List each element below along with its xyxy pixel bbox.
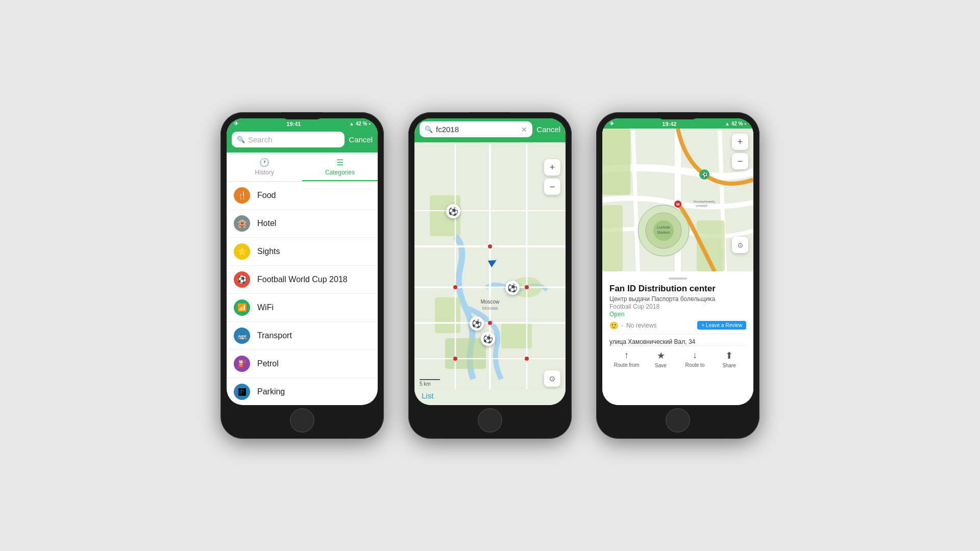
airplane-icon: ✈: [234, 120, 238, 127]
home-button-2[interactable]: [478, 408, 502, 433]
list-item[interactable]: 🏨 Hotel: [227, 210, 378, 238]
detail-locate[interactable]: ⊙: [732, 237, 748, 253]
wifi-label: WiFi: [257, 303, 274, 312]
detail-screen: Luzhniki Stadium Novoluzhnetsky proyezd …: [602, 129, 753, 405]
home-button-3[interactable]: [666, 408, 690, 433]
route-to-icon: ↓: [693, 350, 697, 361]
svg-text:Moscow: Moscow: [481, 299, 500, 305]
review-dash: -: [621, 322, 623, 329]
wifi-icon: 📶: [234, 299, 250, 316]
battery-icon-3: ▪: [744, 121, 746, 127]
detail-map-area[interactable]: Luzhniki Stadium Novoluzhnetsky proyezd …: [602, 129, 753, 271]
time-1: 19:41: [286, 121, 301, 127]
list-item[interactable]: 🍴 Food: [227, 182, 378, 210]
search-input-box[interactable]: 🔍 Search: [232, 132, 345, 147]
food-label: Food: [257, 191, 276, 200]
phone-3: ✈ 19:42 ▲ 42 % ▪: [596, 112, 760, 439]
soccer-pin-2[interactable]: ⚽: [505, 281, 520, 295]
home-button-1[interactable]: [290, 408, 314, 433]
soccer-pin-3[interactable]: ⚽: [470, 316, 484, 331]
football-label: Football World Cup 2018: [257, 275, 348, 284]
route-from-label: Route from: [614, 362, 639, 368]
tab-categories-label: Categories: [325, 169, 355, 176]
clear-icon[interactable]: ✕: [521, 126, 527, 134]
svg-point-14: [488, 244, 492, 248]
battery-icon: ▪: [369, 121, 371, 127]
status-bar-3: ✈ 19:42 ▲ 42 % ▪: [602, 118, 753, 129]
detail-subtitle: Центр выдачи Паспорта болельщика: [609, 295, 746, 303]
soccer-pin-1[interactable]: ⚽: [446, 204, 460, 218]
detail-address: улица Хамовнический Вал, 34: [609, 334, 746, 345]
signal-icon: ▲: [349, 121, 354, 127]
svg-text:Stadium: Stadium: [657, 231, 670, 234]
svg-point-16: [525, 285, 529, 289]
pull-handle[interactable]: [669, 278, 687, 280]
list-item[interactable]: 📶 WiFi: [227, 294, 378, 322]
petrol-label: Petrol: [257, 359, 279, 368]
scale-bar: [420, 379, 440, 380]
hotel-label: Hotel: [257, 219, 276, 228]
detail-actions: ↑ Route from ★ Save ↓ Route to ⬆ Share: [609, 345, 746, 370]
map-search-input[interactable]: 🔍 fc2018 ✕: [420, 121, 532, 137]
tab-history[interactable]: 🕐 History: [227, 153, 302, 181]
list-item[interactable]: 🅿 Parking: [227, 378, 378, 405]
zoom-in-button[interactable]: +: [544, 159, 560, 176]
svg-rect-3: [445, 338, 486, 369]
detail-zoom-in[interactable]: +: [732, 134, 748, 150]
svg-point-18: [453, 357, 457, 361]
scale-label: 5 km: [420, 381, 440, 387]
cancel-button[interactable]: Cancel: [349, 135, 373, 144]
phone-1: ✈ 19:41 ▲ 42 % ▪ 🔍 Search Cancel 🕐 Histo…: [220, 112, 384, 439]
save-button[interactable]: ★ Save: [644, 350, 678, 368]
search-icon-2: 🔍: [425, 126, 433, 133]
soccer-pin-4[interactable]: ⚽: [481, 332, 495, 346]
list-button[interactable]: List: [422, 391, 433, 400]
svg-point-17: [488, 321, 492, 325]
sights-label: Sights: [257, 247, 280, 256]
status-bar-1: ✈ 19:41 ▲ 42 % ▪: [227, 118, 378, 129]
sights-icon: ⭐: [234, 243, 250, 260]
football-icon: ⚽: [234, 271, 250, 288]
locate-button[interactable]: ⊙: [544, 370, 560, 387]
save-icon: ★: [657, 350, 665, 361]
petrol-icon: ⛽: [234, 356, 250, 372]
list-item[interactable]: ⛽ Petrol: [227, 350, 378, 378]
airplane-icon-3: ✈: [609, 120, 614, 127]
detail-map-svg: Luzhniki Stadium Novoluzhnetsky proyezd …: [602, 129, 753, 271]
zoom-out-button[interactable]: −: [544, 179, 560, 195]
list-item[interactable]: 🚌 Transport: [227, 322, 378, 350]
detail-zoom-out[interactable]: −: [732, 153, 748, 169]
phone-2: ✈ 19:41 ▲ 42 % ▪ 🔍 fc2018 ✕ Cancel: [408, 112, 572, 439]
screen-2: ✈ 19:41 ▲ 42 % ▪ 🔍 fc2018 ✕ Cancel: [414, 118, 566, 405]
screen-3: ✈ 19:42 ▲ 42 % ▪: [602, 118, 753, 405]
route-to-label: Route to: [685, 362, 705, 368]
share-button[interactable]: ⬆ Share: [712, 350, 746, 368]
parking-icon: 🅿: [234, 384, 250, 400]
map-area[interactable]: Moscow Москва ⚽ ⚽ ⚽ ⚽ ▶ + − ⊙ 5 km: [414, 129, 566, 405]
route-to-button[interactable]: ↓ Route to: [678, 350, 712, 368]
smiley-icon: 🙂: [609, 321, 618, 330]
map-scale: 5 km: [420, 379, 440, 387]
list-item[interactable]: ⚽ Football World Cup 2018: [227, 266, 378, 294]
time-3: 19:42: [662, 121, 676, 127]
category-list: 🍴 Food 🏨 Hotel ⭐ Sights ⚽ Football World…: [227, 182, 378, 405]
route-from-button[interactable]: ↑ Route from: [609, 350, 644, 368]
battery-1: 42 %: [356, 121, 368, 127]
search-placeholder: Search: [248, 135, 273, 144]
share-label: Share: [722, 363, 736, 368]
list-item[interactable]: ⭐ Sights: [227, 238, 378, 266]
route-from-icon: ↑: [624, 350, 629, 361]
signal-icon-3: ▲: [725, 121, 730, 127]
transport-icon: 🚌: [234, 328, 250, 344]
leave-review-button[interactable]: + Leave a Review: [697, 321, 746, 330]
transport-label: Transport: [257, 331, 292, 340]
no-reviews-label: No reviews: [626, 322, 656, 329]
battery-3: 42 %: [731, 121, 743, 127]
tab-categories[interactable]: ☰ Categories: [302, 153, 378, 181]
map-svg: Moscow Москва: [414, 129, 566, 405]
svg-text:proyezd: proyezd: [696, 204, 707, 207]
svg-point-19: [525, 357, 529, 361]
svg-text:Luzhniki: Luzhniki: [657, 226, 670, 229]
detail-title: Fan ID Distribution center: [609, 284, 746, 294]
map-cancel-button[interactable]: Cancel: [536, 125, 560, 134]
